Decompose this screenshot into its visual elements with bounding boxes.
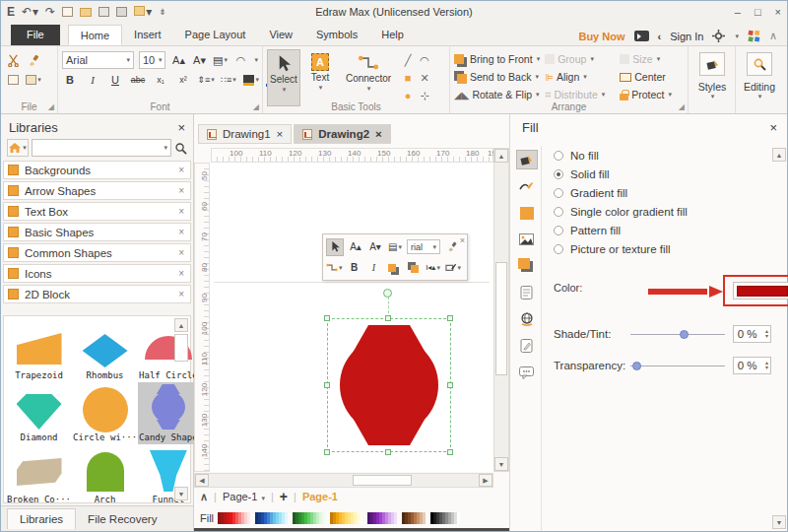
text-tool-button[interactable]: A Text ▾: [303, 49, 337, 106]
color-palette-strip[interactable]: [218, 512, 460, 524]
shape-format-icon[interactable]: [516, 203, 538, 223]
decrease-font-icon[interactable]: A▾: [191, 52, 207, 68]
selection-handle-nw[interactable]: [324, 315, 330, 321]
candy-shape[interactable]: [335, 325, 443, 445]
selection-handle-w[interactable]: [324, 382, 330, 388]
text-align-icon[interactable]: ▤▾: [212, 52, 228, 68]
italic-icon[interactable]: I: [85, 72, 100, 88]
library-item-icons[interactable]: Icons×: [3, 264, 191, 283]
canvas-horizontal-scrollbar[interactable]: ◀ ▶: [194, 473, 493, 488]
canvas-vscroll-thumb[interactable]: [495, 262, 507, 375]
rectangle-tool-icon[interactable]: ■: [400, 70, 416, 86]
fill-tool-icon[interactable]: [516, 150, 538, 169]
doc-tab-close-icon[interactable]: ×: [277, 128, 284, 140]
radio-solid-fill[interactable]: Solid fill: [554, 165, 771, 183]
selection-handle-e[interactable]: [447, 382, 453, 388]
search-icon[interactable]: [174, 142, 187, 155]
library-close-icon[interactable]: ×: [178, 227, 184, 237]
gallery-scroll-thumb[interactable]: [174, 334, 188, 362]
group-button[interactable]: Group▾: [545, 51, 616, 67]
mini-connector-icon[interactable]: ▾: [326, 260, 343, 276]
shade-tint-spinbox[interactable]: 0 % ▴▾: [733, 325, 771, 343]
page-setup-icon[interactable]: [516, 336, 538, 356]
line-spacing-icon[interactable]: ⇕≡▾: [198, 72, 214, 88]
library-close-icon[interactable]: ×: [178, 289, 184, 299]
editing-button[interactable]: Editing ▾: [740, 49, 779, 100]
doc-tab-drawing1[interactable]: Drawing1×: [198, 124, 292, 144]
buy-now-link[interactable]: Buy Now: [578, 31, 624, 42]
comment-icon[interactable]: [516, 363, 538, 382]
transparency-slider[interactable]: [630, 366, 725, 366]
arc-tool-icon[interactable]: ◠: [417, 52, 432, 68]
selection-handle-sw[interactable]: [324, 449, 330, 455]
mini-bring-front-icon[interactable]: [386, 260, 402, 276]
hyperlink-globe-icon[interactable]: [516, 309, 538, 329]
redo-button[interactable]: ↷: [45, 5, 55, 19]
library-close-icon[interactable]: ×: [178, 268, 184, 279]
bring-to-front-button[interactable]: Bring to Front▾: [454, 51, 541, 67]
shape-candy-shape[interactable]: Candy Shape: [138, 382, 199, 444]
close-button[interactable]: ×: [775, 6, 781, 18]
canvas-scroll-down-icon[interactable]: ▼: [494, 457, 508, 471]
radio-gradient-fill[interactable]: Gradient fill: [554, 183, 771, 202]
superscript-icon[interactable]: x²: [175, 72, 191, 88]
shape-rhombus[interactable]: Rhombus: [72, 320, 138, 382]
font-size-combo[interactable]: 10▾: [139, 51, 166, 69]
tab-file-recovery[interactable]: File Recovery: [76, 509, 168, 529]
strikethrough-icon[interactable]: abc: [130, 72, 146, 88]
shape-circle-with-scallops[interactable]: Circle wi···: [72, 382, 138, 444]
mini-select-tool-icon[interactable]: [326, 238, 344, 256]
connector-tool-button[interactable]: Connector ▾: [340, 49, 397, 106]
collapse-pagebar-icon[interactable]: ∧: [200, 491, 208, 503]
doc-tab-close-icon[interactable]: ×: [375, 128, 382, 140]
size-button[interactable]: Size▾: [620, 51, 684, 67]
delete-tool-icon[interactable]: ✕: [417, 70, 432, 86]
drawing-canvas[interactable]: × A▴ A▾ ▤▾ rial▾ ▾ B I I◂▴▾ ▾: [210, 163, 493, 472]
collapse-ribbon-icon[interactable]: ∧: [769, 30, 777, 42]
mini-format-painter-icon[interactable]: [444, 239, 460, 255]
template-button[interactable]: ▾: [134, 5, 152, 19]
selection-handle-se[interactable]: [447, 449, 453, 455]
styles-button[interactable]: Styles ▾: [692, 49, 732, 100]
format-painter-icon[interactable]: [26, 52, 41, 68]
rotate-flip-button[interactable]: ◢◣Rotate & Flip▾: [454, 87, 541, 102]
tab-file[interactable]: File: [11, 25, 60, 45]
mini-text-fit-icon[interactable]: I◂▴▾: [426, 260, 441, 276]
cut-icon[interactable]: [5, 52, 21, 68]
mini-increase-font-icon[interactable]: A▴: [348, 239, 363, 255]
page-dropdown[interactable]: Page-1 ▾: [223, 491, 265, 502]
radio-no-fill[interactable]: No fill: [554, 146, 771, 165]
library-item-basic-shapes[interactable]: Basic Shapes×: [3, 223, 191, 241]
canvas-scroll-left-icon[interactable]: ◀: [195, 474, 209, 487]
minimize-button[interactable]: –: [735, 6, 741, 18]
tab-symbols[interactable]: Symbols: [304, 25, 369, 45]
settings-gear-icon[interactable]: [712, 30, 725, 42]
new-document-button[interactable]: [62, 7, 73, 17]
shape-trapezoid[interactable]: Trapezoid: [6, 320, 72, 382]
shape-diamond[interactable]: Diamond: [6, 382, 72, 444]
increase-font-icon[interactable]: A▴: [170, 52, 186, 68]
shape-half-circle[interactable]: Half Circle: [138, 320, 199, 382]
tab-libraries[interactable]: Libraries: [7, 508, 76, 529]
shape-funnel[interactable]: Funnel: [138, 444, 199, 506]
tab-home[interactable]: Home: [68, 25, 122, 45]
library-item-common-shapes[interactable]: Common Shapes×: [3, 243, 191, 262]
library-item-arrow-shapes[interactable]: Arrow Shapes×: [3, 181, 191, 200]
canvas-vertical-scrollbar[interactable]: ▲ ▼: [493, 148, 509, 472]
line-style-icon[interactable]: [516, 176, 538, 196]
tab-insert[interactable]: Insert: [122, 25, 173, 45]
library-item-2d-block[interactable]: 2D Block×: [3, 285, 191, 303]
text-curve-icon[interactable]: ◠: [232, 52, 248, 68]
shape-arch[interactable]: Arch: [72, 444, 138, 506]
bullets-icon[interactable]: ∷≡▾: [221, 72, 236, 88]
transparency-spinbox[interactable]: 0 % ▴▾: [733, 357, 771, 374]
tab-page-layout[interactable]: Page Layout: [173, 25, 258, 45]
file-group-launcher[interactable]: ◢: [48, 102, 54, 111]
selection-handle-s[interactable]: [385, 449, 391, 455]
gallery-scrollbar[interactable]: ▲ ▼: [174, 318, 189, 500]
library-item-text-box[interactable]: Text Box×: [3, 202, 191, 221]
radio-picture-texture-fill[interactable]: Picture or texture fill: [554, 239, 771, 258]
mini-italic-icon[interactable]: I: [366, 260, 382, 276]
active-page-tab[interactable]: Page-1: [302, 491, 338, 502]
bold-icon[interactable]: B: [62, 72, 78, 88]
